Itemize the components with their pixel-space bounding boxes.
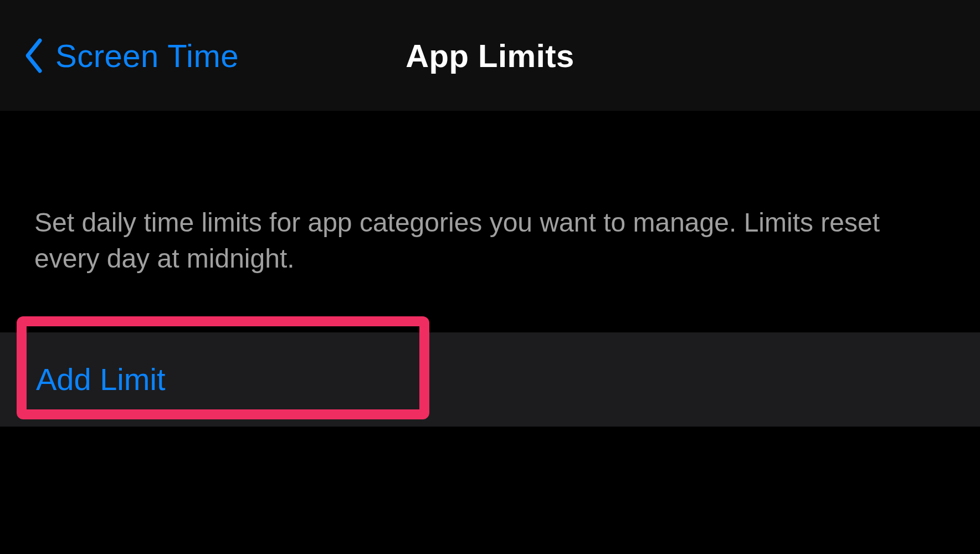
back-button-label: Screen Time (55, 37, 239, 74)
content-area: Set daily time limits for app categories… (0, 111, 980, 427)
add-limit-button[interactable]: Add Limit (0, 332, 980, 427)
back-button[interactable]: Screen Time (23, 37, 239, 74)
add-limit-label: Add Limit (36, 361, 165, 397)
section-description: Set daily time limits for app categories… (0, 111, 980, 332)
page-title: App Limits (406, 37, 574, 74)
navigation-bar: Screen Time App Limits (0, 0, 980, 111)
chevron-left-icon (23, 38, 43, 74)
